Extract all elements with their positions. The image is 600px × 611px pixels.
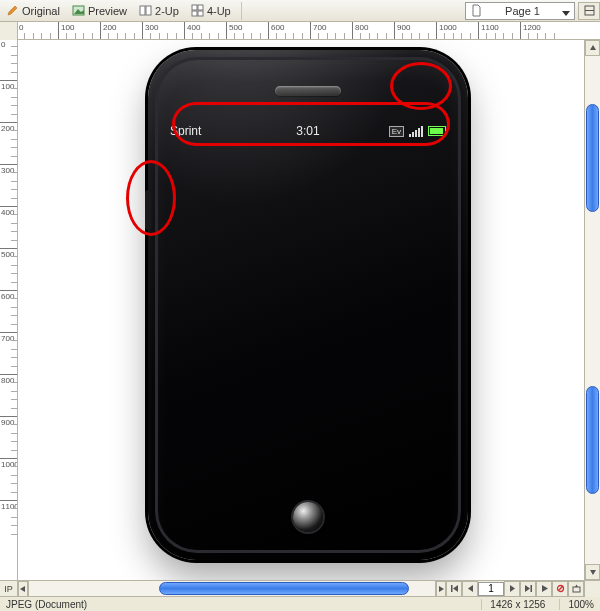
export-icon xyxy=(572,584,581,593)
prev-icon xyxy=(466,584,475,593)
scroll-right-button[interactable] xyxy=(436,581,446,597)
svg-marker-13 xyxy=(20,586,25,592)
view-preview-label: Preview xyxy=(88,5,127,17)
view-original-button[interactable]: Original xyxy=(0,2,66,19)
scroll-up-button[interactable] xyxy=(585,40,600,56)
svg-marker-14 xyxy=(439,586,444,592)
bottom-left-label: IP xyxy=(0,581,18,596)
phone-status-bar: Sprint 3:01 Ev xyxy=(170,120,446,142)
svg-rect-6 xyxy=(192,11,197,16)
vertical-scroll-thumb[interactable] xyxy=(586,386,599,494)
status-doctype: JPEG (Document) xyxy=(6,599,87,610)
next-icon xyxy=(508,584,517,593)
chevron-right-icon xyxy=(437,585,445,593)
battery-icon xyxy=(428,126,446,136)
view-2up-button[interactable]: 2-Up xyxy=(133,2,185,19)
play-icon xyxy=(540,584,549,593)
svg-marker-21 xyxy=(542,585,548,592)
toolbar-settings-button[interactable] xyxy=(578,2,600,20)
two-up-icon xyxy=(139,4,152,17)
page-selector-label: Page 1 xyxy=(505,5,540,17)
svg-marker-16 xyxy=(453,585,458,592)
nav-stop-button[interactable] xyxy=(552,581,568,597)
vertical-scrollbar[interactable] xyxy=(584,40,600,580)
vertical-scroll-thumb[interactable] xyxy=(586,104,599,212)
page-selector-dropdown[interactable]: Page 1 xyxy=(465,2,575,20)
svg-marker-11 xyxy=(590,45,596,50)
status-dimensions: 1426 x 1256 xyxy=(481,599,545,610)
status-bar: JPEG (Document) 1426 x 1256 100% xyxy=(0,596,600,611)
svg-rect-20 xyxy=(530,585,532,592)
chevron-left-icon xyxy=(19,585,27,593)
nav-play-button[interactable] xyxy=(536,581,552,597)
view-4up-label: 4-Up xyxy=(207,5,231,17)
first-icon xyxy=(450,584,459,593)
horizontal-scroll-track[interactable] xyxy=(28,581,436,596)
svg-marker-12 xyxy=(590,570,596,575)
chevron-up-icon xyxy=(589,44,597,52)
four-up-icon xyxy=(191,4,204,17)
horizontal-scroll-thumb[interactable] xyxy=(159,582,409,595)
scrollbar-corner xyxy=(584,581,600,597)
chevron-down-icon xyxy=(562,7,570,15)
svg-rect-4 xyxy=(192,5,197,10)
svg-marker-25 xyxy=(575,585,578,588)
chevron-down-icon xyxy=(589,568,597,576)
vertical-ruler[interactable]: 010020030040050060070080090010001100 xyxy=(0,40,18,580)
nav-first-button[interactable] xyxy=(446,581,462,597)
svg-rect-5 xyxy=(198,5,203,10)
svg-rect-24 xyxy=(573,587,580,592)
stop-icon xyxy=(556,584,565,593)
phone-mockup: Sprint 3:01 Ev xyxy=(148,50,468,560)
nav-next-button[interactable] xyxy=(504,581,520,597)
svg-marker-19 xyxy=(525,585,530,592)
svg-rect-7 xyxy=(198,11,203,16)
nav-export-button[interactable] xyxy=(568,581,584,597)
view-toolbar: Original Preview 2-Up 4-Up Page 1 xyxy=(0,0,600,22)
toolbar-separator xyxy=(241,2,247,20)
view-preview-button[interactable]: Preview xyxy=(66,2,133,19)
frame-nav-controls xyxy=(446,581,584,596)
svg-marker-18 xyxy=(510,585,515,592)
last-icon xyxy=(524,584,533,593)
ruler-row: 0100200300400500600700800900100011001200 xyxy=(0,22,600,40)
document-canvas[interactable]: Sprint 3:01 Ev xyxy=(18,40,584,580)
ruler-corner xyxy=(0,22,18,40)
scroll-left-button[interactable] xyxy=(18,581,28,597)
phone-home-button xyxy=(293,502,323,532)
svg-line-23 xyxy=(558,586,562,590)
phone-side-button xyxy=(145,190,151,230)
svg-marker-17 xyxy=(468,585,473,592)
pencil-icon xyxy=(6,4,19,17)
phone-clock: 3:01 xyxy=(170,124,446,138)
image-icon xyxy=(72,4,85,17)
page-icon xyxy=(470,4,483,17)
svg-rect-3 xyxy=(146,6,151,15)
phone-earpiece xyxy=(275,86,341,96)
bottom-controls: IP xyxy=(0,580,600,596)
svg-rect-2 xyxy=(140,6,145,15)
vertical-scroll-track[interactable] xyxy=(585,56,600,564)
nav-last-button[interactable] xyxy=(520,581,536,597)
horizontal-ruler[interactable]: 0100200300400500600700800900100011001200 xyxy=(18,22,600,39)
view-original-label: Original xyxy=(22,5,60,17)
svg-marker-8 xyxy=(562,11,570,16)
nav-prev-button[interactable] xyxy=(462,581,478,597)
scroll-down-button[interactable] xyxy=(585,564,600,580)
view-2up-label: 2-Up xyxy=(155,5,179,17)
status-zoom[interactable]: 100% xyxy=(559,599,594,610)
options-icon xyxy=(583,4,596,17)
view-4up-button[interactable]: 4-Up xyxy=(185,2,237,19)
nav-page-input[interactable] xyxy=(478,582,504,596)
svg-rect-15 xyxy=(451,585,453,592)
